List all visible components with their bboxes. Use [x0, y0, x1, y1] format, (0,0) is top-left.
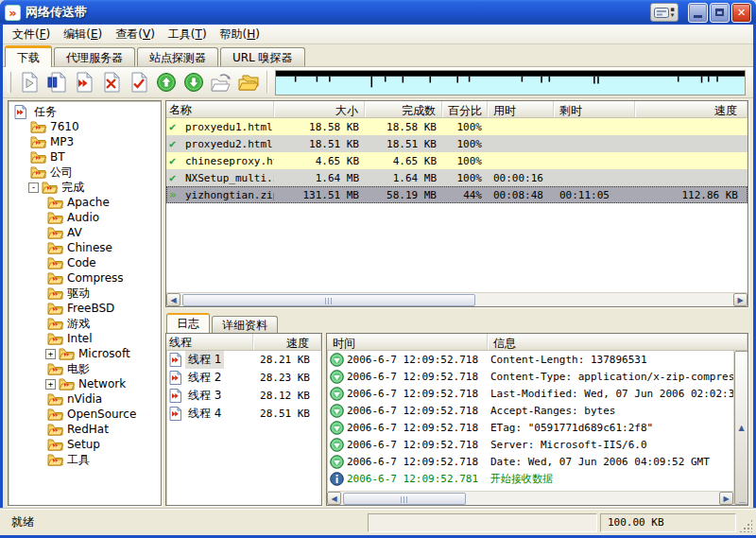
scroll-thumb[interactable] — [735, 505, 747, 506]
log-message: 开始接收数据 — [490, 472, 733, 486]
toolbar-grip[interactable] — [8, 72, 11, 93]
titlebar[interactable]: » 网络传送带 ▪▾ ✕ — [0, 0, 756, 25]
column-header-thread-speed[interactable]: 速度 — [253, 334, 321, 350]
tree-expander[interactable]: + — [45, 349, 56, 359]
scroll-thumb[interactable] — [182, 294, 475, 306]
menu-item[interactable]: 查看(V) — [109, 25, 162, 44]
move-down-button[interactable] — [180, 70, 207, 95]
folder-icon — [47, 317, 63, 330]
tree-item[interactable]: AV — [9, 225, 161, 240]
log-row[interactable]: 2006-6-7 12:09:52.718 Content-Type: appl… — [327, 368, 733, 385]
menu-item[interactable]: 工具(T) — [162, 25, 214, 44]
log-row[interactable]: 2006-6-7 12:09:52.781 开始接收数据 — [327, 470, 733, 487]
download-row[interactable]: ✔ » NXSetup_multi.zip 1.64 MB 1.64 MB 10… — [166, 169, 747, 186]
bottom-tab[interactable]: 详细资料 — [212, 316, 278, 333]
move-up-button[interactable] — [152, 70, 180, 95]
thread-row[interactable]: 线程 1 28.21 KB — [166, 351, 321, 369]
column-header-elapsed[interactable]: 用时 — [488, 101, 554, 117]
tree-item[interactable]: Intel — [9, 331, 161, 346]
main-tab[interactable]: URL 嗅探器 — [220, 47, 305, 66]
log-row[interactable]: 2006-6-7 12:09:52.718 Accept-Ranges: byt… — [327, 402, 733, 419]
minimize-button[interactable] — [688, 3, 708, 23]
download-row[interactable]: ✔ » proxyedu1.html 18.58 KB 18.58 KB 100… — [166, 118, 747, 135]
resize-grip-icon[interactable] — [739, 519, 752, 532]
thread-row[interactable]: 线程 2 28.23 KB — [166, 369, 321, 387]
maximize-button[interactable] — [710, 3, 730, 23]
log-row[interactable]: 2006-6-7 12:09:52.718 Date: Wed, 07 Jun … — [327, 453, 733, 470]
download-list-hscrollbar[interactable]: ◀ ▶ — [166, 292, 747, 306]
tree-item[interactable]: Setup — [9, 437, 161, 452]
tree-item[interactable]: FreeBSD — [9, 301, 161, 316]
tree-item[interactable]: - 完成 — [9, 180, 161, 195]
finish-task-button[interactable] — [125, 70, 152, 95]
tree-item[interactable]: + Microsoft — [9, 346, 161, 361]
tree-expander[interactable]: - — [28, 182, 39, 193]
thread-row[interactable]: 线程 3 28.12 KB — [166, 387, 321, 405]
bottom-tab[interactable]: 日志 — [166, 313, 210, 333]
log-list-vscrollbar[interactable]: ▲ ▼ — [733, 351, 747, 505]
menu-item[interactable]: 文件(F) — [6, 25, 57, 44]
tree-item[interactable]: Chinese — [9, 240, 161, 255]
tree-item[interactable]: Apache — [9, 195, 161, 210]
tree-item[interactable]: 游戏 — [9, 316, 161, 331]
pause-task-button[interactable] — [43, 70, 70, 95]
bottom-tabstrip: 日志 详细资料 — [165, 313, 748, 333]
tree-item[interactable]: Code — [9, 255, 161, 270]
column-header-message[interactable]: 信息 — [488, 334, 747, 350]
thread-row[interactable]: 线程 4 28.51 KB — [166, 405, 321, 423]
tree-item[interactable]: 任务 — [9, 104, 161, 119]
main-tab[interactable]: 站点探测器 — [137, 47, 218, 66]
scroll-left-button[interactable]: ◀ — [166, 293, 180, 306]
tree-item[interactable]: Audio — [9, 210, 161, 225]
column-header-thread[interactable]: 线程 — [166, 334, 253, 350]
open-folder-button[interactable] — [234, 70, 262, 95]
tree-item[interactable]: Compress — [9, 270, 161, 286]
scroll-right-button[interactable]: ▶ — [719, 492, 733, 505]
close-button[interactable]: ✕ — [731, 3, 751, 23]
tree-expander[interactable]: + — [45, 379, 56, 390]
column-header-time[interactable]: 时间 — [327, 334, 488, 350]
tree-item[interactable]: RedHat — [9, 422, 161, 437]
folder-icon — [47, 241, 63, 254]
column-header-percent[interactable]: 百分比 — [442, 101, 488, 117]
download-row[interactable]: ✔ » chineseproxy.htm 4.65 KB 4.65 KB 100… — [166, 152, 747, 169]
tree-item[interactable]: OpenSource — [9, 407, 161, 422]
tree-item[interactable]: 公司 — [9, 165, 161, 180]
log-row[interactable]: 2006-6-7 12:09:52.718 Content-Length: 13… — [327, 351, 733, 368]
log-row[interactable]: 2006-6-7 12:09:52.718 ETag: "0591771d689… — [327, 419, 733, 436]
column-header-size[interactable]: 大小 — [274, 101, 365, 117]
log-list-hscrollbar[interactable]: ◀ ▶ — [327, 491, 733, 505]
column-header-speed[interactable]: 速度 — [635, 101, 747, 117]
scroll-right-button[interactable]: ▶ — [733, 293, 747, 306]
open-file-button[interactable] — [207, 70, 234, 95]
scroll-left-button[interactable]: ◀ — [327, 492, 341, 505]
tree-item[interactable]: 工具 — [9, 452, 161, 467]
tree-item[interactable]: + Network — [9, 376, 161, 391]
log-row[interactable]: 2006-6-7 12:09:52.718 Server: Microsoft-… — [327, 436, 733, 453]
download-row[interactable]: ✔ » yizhongtian.zip 131.51 MB 58.19 MB 4… — [166, 186, 747, 203]
scroll-up-button[interactable]: ▲ — [734, 351, 748, 505]
tree-item[interactable]: nVidia — [9, 391, 161, 407]
menu-item[interactable]: 编辑(E) — [57, 25, 109, 44]
tree-item[interactable]: 电影 — [9, 361, 161, 376]
drop-zone-button[interactable]: ▪▾ — [650, 3, 679, 22]
tree-item[interactable]: 7610 — [9, 119, 161, 134]
start-task-button[interactable] — [70, 70, 97, 95]
menu-item[interactable]: 帮助(H) — [214, 25, 266, 44]
column-header-done[interactable]: 完成数 — [365, 101, 442, 117]
delete-task-button[interactable] — [97, 70, 125, 95]
file-size: 1.64 MB — [274, 172, 365, 184]
tree-item[interactable]: 驱动 — [9, 286, 161, 301]
tree-item[interactable]: BT — [9, 149, 161, 165]
main-tab[interactable]: 代理服务器 — [54, 47, 135, 66]
thread-document-icon — [169, 407, 181, 421]
column-header-name[interactable]: 名称 — [166, 101, 274, 117]
log-row[interactable]: 2006-6-7 12:09:52.718 Last-Modified: Wed… — [327, 385, 733, 402]
column-header-remaining[interactable]: 剩时 — [554, 101, 635, 117]
new-task-button[interactable] — [15, 70, 43, 95]
download-row[interactable]: ✔ » proxyedu2.html 18.51 KB 18.51 KB 100… — [166, 135, 747, 152]
scroll-thumb[interactable] — [343, 493, 466, 505]
received-data-icon — [330, 404, 344, 418]
tree-item[interactable]: MP3 — [9, 134, 161, 149]
main-tab[interactable]: 下载 — [5, 45, 52, 67]
